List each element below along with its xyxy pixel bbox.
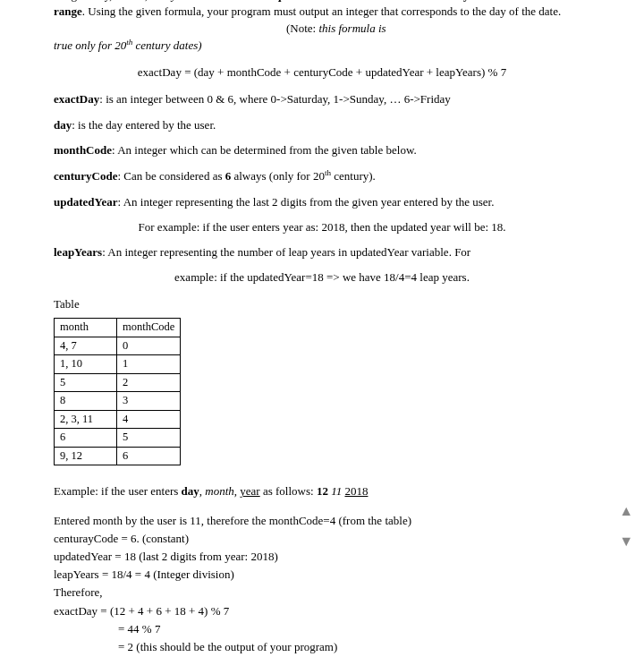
example-l5: leapYears = 18/4 = 4 (Integer division) [54,567,590,583]
example-l7: exactDay = (12 + 4 + 6 + 18 + 4) % 7 [54,603,590,619]
table-row: 52 [55,373,181,392]
scroll-down-icon[interactable]: ▼ [619,532,633,551]
problem-statement: Write a Java program to give the user th… [54,0,590,54]
table-title: Table [54,296,590,312]
example-l3: centurayCode = 6. (constant) [54,531,590,547]
example-l4: updatedYear = 18 (last 2 digits from yea… [54,549,590,565]
table-row: 2, 3, 114 [55,410,181,429]
table-row: 83 [55,392,181,411]
table-header-row: month monthCode [55,319,181,337]
table-row: 65 [55,429,181,448]
example-l8: = 44 % 7 [54,621,590,637]
example-l6: Therefore, [54,584,590,601]
table-row: 4, 70 [55,337,181,355]
header-month: month [55,319,117,337]
def-updatedyear: updatedYear: An integer representing the… [54,194,590,210]
def-exactday: exactDay: is an integer between 0 & 6, w… [54,91,590,107]
table-row: 9, 126 [55,447,181,465]
note-line2: true only for 20th century dates) [54,37,590,55]
example-section: Example: if the user enters day, month, … [54,483,590,655]
example-l2: Entered month by the user is 11, therefo… [54,513,590,529]
scroll-control: ▲ ▼ [619,501,633,552]
table-row: 1, 101 [55,355,181,374]
example-intro: Example: if the user enters day, month, … [54,483,590,499]
def-leapyears: leapYears: An integer representing the n… [54,244,590,260]
updatedyear-example: For example: if the user enters year as:… [54,219,590,235]
header-monthcode: monthCode [117,319,181,337]
formula: exactDay = (day + monthCode + centuryCod… [54,64,590,81]
leapyears-example: example: if the updatedYear=18 => we hav… [54,269,590,286]
monthcode-table: month monthCode 4, 70 1, 101 52 83 2, 3,… [54,318,181,465]
def-day: day: is the day entered by the user. [54,117,590,133]
example-l9: = 2 (this should be the output of your p… [54,639,590,655]
def-centurycode: centuryCode: Can be considered as 6 alwa… [54,167,590,185]
scroll-up-icon[interactable]: ▲ [619,501,633,521]
def-monthcode: monthCode: An integer which can be deter… [54,142,590,158]
